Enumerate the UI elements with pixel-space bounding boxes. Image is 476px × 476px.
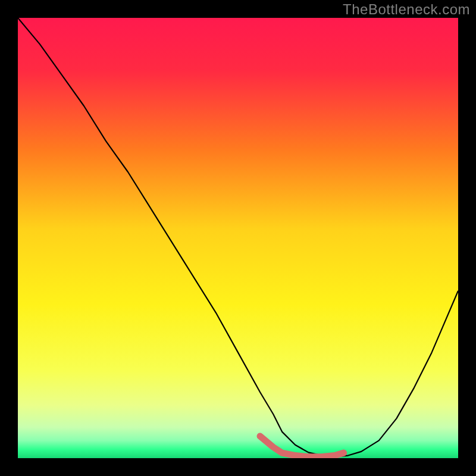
gradient-background bbox=[18, 18, 458, 458]
bottleneck-chart bbox=[18, 18, 458, 458]
chart-frame: TheBottleneck.com bbox=[0, 0, 476, 476]
watermark-text: TheBottleneck.com bbox=[343, 1, 470, 18]
